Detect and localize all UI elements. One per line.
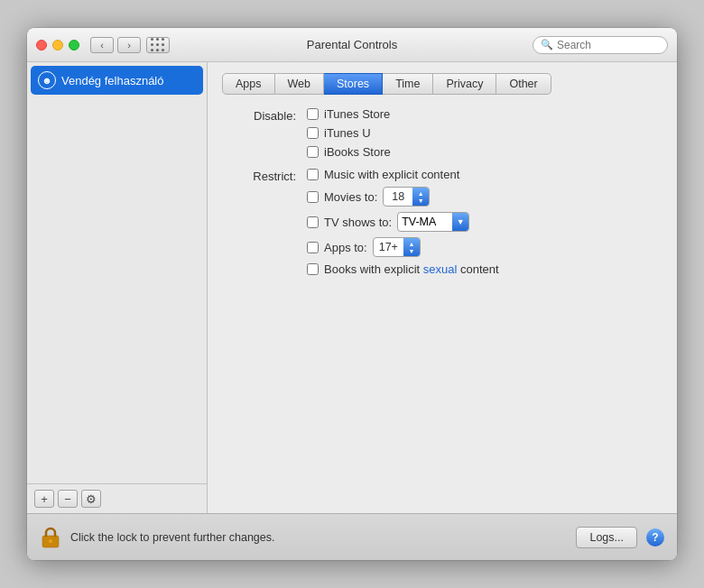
user-icon: ☻ (38, 71, 56, 89)
itunes-store-checkbox[interactable] (307, 108, 319, 120)
svg-point-1 (49, 539, 52, 543)
search-input[interactable] (557, 39, 656, 51)
grid-button[interactable] (146, 37, 170, 53)
help-button[interactable]: ? (646, 528, 664, 547)
logs-button[interactable]: Logs... (576, 527, 637, 548)
maximize-button[interactable] (69, 40, 79, 51)
main-panel: Apps Web Stores Time Privacy Other Disab… (208, 62, 677, 513)
tab-other[interactable]: Other (496, 73, 551, 95)
sidebar-list: ☻ Vendég felhasználó (27, 62, 207, 483)
restrict-group: Restrict: Music with explicit content Mo… (235, 168, 650, 276)
close-button[interactable] (36, 40, 47, 51)
movies-row: Movies to: 18 ▲ ▼ (307, 187, 499, 207)
movies-value: 18 (384, 190, 412, 203)
gear-icon: ⚙ (86, 492, 97, 506)
ibooks-store-checkbox[interactable] (307, 146, 319, 158)
apps-arrow-up[interactable]: ▲ (408, 241, 414, 247)
add-user-button[interactable]: + (34, 490, 54, 508)
forward-button[interactable]: › (117, 37, 141, 53)
movies-checkbox[interactable] (307, 191, 319, 203)
nav-buttons: ‹ › (90, 37, 141, 53)
tv-shows-select-wrapper[interactable]: TV-Y TV-Y7 TV-G TV-PG TV-14 TV-MA ▼ (397, 212, 469, 232)
restrict-label: Restrict: (235, 168, 307, 183)
traffic-lights (36, 40, 79, 51)
ibooks-store-label: iBooks Store (324, 145, 391, 159)
tv-shows-select[interactable]: TV-Y TV-Y7 TV-G TV-PG TV-14 TV-MA (398, 216, 452, 228)
apps-label: Apps to: (324, 241, 367, 254)
minimize-button[interactable] (52, 40, 63, 51)
window-title: Parental Controls (307, 38, 397, 51)
tab-apps[interactable]: Apps (222, 73, 275, 95)
apps-row: Apps to: 17+ ▲ ▼ (307, 237, 499, 257)
music-checkbox[interactable] (307, 169, 319, 180)
sidebar: ☻ Vendég felhasználó + − ⚙ (27, 62, 208, 513)
back-button[interactable]: ‹ (90, 37, 114, 53)
titlebar: ‹ › Parental Controls 🔍 (27, 28, 677, 62)
form-area: Disable: iTunes Store iTunes U iBooks (208, 107, 677, 513)
sidebar-bottom: + − ⚙ (27, 483, 207, 513)
ibooks-store-row: iBooks Store (307, 145, 391, 159)
disable-label: Disable: (235, 107, 307, 123)
itunes-u-row: iTunes U (307, 126, 391, 140)
disable-controls: iTunes Store iTunes U iBooks Store (307, 107, 391, 159)
movies-label: Movies to: (324, 190, 377, 204)
search-icon: 🔍 (541, 39, 553, 51)
tv-shows-checkbox[interactable] (307, 216, 319, 228)
tab-web[interactable]: Web (275, 73, 324, 95)
tv-shows-row: TV shows to: TV-Y TV-Y7 TV-G TV-PG TV-14… (307, 212, 499, 232)
gear-button[interactable]: ⚙ (81, 490, 101, 508)
tab-stores[interactable]: Stores (324, 73, 383, 95)
books-checkbox[interactable] (307, 263, 319, 275)
remove-user-button[interactable]: − (58, 490, 78, 508)
movies-arrow-up[interactable]: ▲ (418, 190, 424, 197)
movies-spinner[interactable]: 18 ▲ ▼ (383, 187, 430, 207)
lock-text: Click the lock to prevent further change… (70, 531, 567, 544)
apps-arrows[interactable]: ▲ ▼ (403, 237, 420, 257)
apps-spinner[interactable]: 17+ ▲ ▼ (373, 237, 421, 257)
disable-group: Disable: iTunes Store iTunes U iBooks (235, 107, 650, 159)
movies-arrows[interactable]: ▲ ▼ (412, 187, 429, 207)
books-label: Books with explicit sexual content (324, 262, 499, 276)
movies-arrow-down[interactable]: ▼ (418, 198, 424, 204)
itunes-store-label: iTunes Store (324, 107, 390, 121)
apps-arrow-down[interactable]: ▼ (408, 248, 414, 254)
content-area: ☻ Vendég felhasználó + − ⚙ Apps Web Stor… (27, 62, 677, 513)
itunes-store-row: iTunes Store (307, 107, 391, 121)
tv-shows-label: TV shows to: (324, 216, 392, 229)
parental-controls-window: ‹ › Parental Controls 🔍 ☻ Vendég felhasz… (27, 28, 677, 560)
apps-value: 17+ (374, 241, 403, 253)
tv-shows-chevron[interactable]: ▼ (452, 212, 468, 232)
itunes-u-label: iTunes U (324, 126, 371, 140)
apps-checkbox[interactable] (307, 242, 319, 253)
books-row: Books with explicit sexual content (307, 262, 499, 276)
sidebar-user-name: Vendég felhasználó (61, 74, 163, 87)
itunes-u-checkbox[interactable] (307, 127, 319, 139)
bottom-bar: Click the lock to prevent further change… (27, 513, 677, 560)
tab-time[interactable]: Time (383, 73, 433, 95)
music-row: Music with explicit content (307, 168, 499, 181)
tabs-row: Apps Web Stores Time Privacy Other (208, 73, 677, 95)
sidebar-item-guest[interactable]: ☻ Vendég felhasználó (31, 66, 203, 95)
tab-privacy[interactable]: Privacy (433, 73, 496, 95)
lock-icon[interactable] (40, 525, 61, 550)
restrict-controls: Music with explicit content Movies to: 1… (307, 168, 499, 276)
music-label: Music with explicit content (324, 168, 459, 181)
books-link-word: sexual (423, 262, 458, 276)
search-box[interactable]: 🔍 (533, 36, 668, 54)
